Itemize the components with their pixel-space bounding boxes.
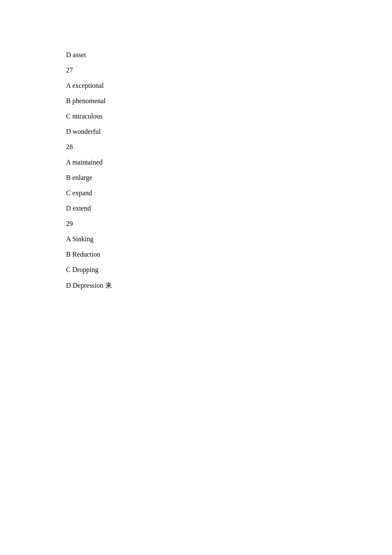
- option-q29d: D Depression 来: [66, 281, 326, 290]
- option-q27d: D wonderful: [66, 128, 326, 136]
- option-q27b: B phenomenal: [66, 97, 326, 105]
- option-q27a: A exceptional: [66, 82, 326, 90]
- option-q26d: D asset: [66, 51, 326, 59]
- option-q28d: D extend: [66, 205, 326, 212]
- question-number-27: 27: [66, 66, 326, 74]
- option-q27c: C miraculous: [66, 113, 326, 120]
- option-q28c: C expand: [66, 189, 326, 197]
- option-q29a: A Sinking: [66, 235, 326, 243]
- question-number-28: 28: [66, 143, 326, 151]
- main-content: D asset 27 A exceptional B phenomenal C …: [0, 0, 392, 349]
- option-q28b: B enlarge: [66, 174, 326, 182]
- option-q29c: C Dropping: [66, 266, 326, 274]
- option-q29b: B Reduction: [66, 251, 326, 258]
- option-q28a: A maintained: [66, 159, 326, 166]
- question-number-29: 29: [66, 220, 326, 228]
